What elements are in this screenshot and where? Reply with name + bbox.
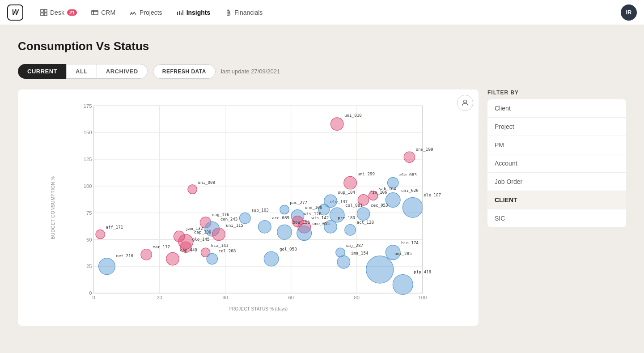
nav-label: Insights	[186, 9, 211, 16]
chart-svg: 0255075100125150175020406080100PROJECT S…	[38, 97, 470, 311]
svg-text:acc_089: acc_089	[272, 215, 289, 220]
svg-text:bou_156: bou_156	[292, 220, 310, 225]
svg-text:100: 100	[419, 295, 427, 300]
svg-point-105	[166, 252, 179, 265]
svg-point-109	[99, 258, 115, 275]
svg-point-65	[357, 208, 370, 221]
app-logo[interactable]: W	[7, 4, 23, 21]
svg-text:net_216: net_216	[116, 253, 133, 258]
svg-text:act_128: act_128	[356, 220, 374, 225]
filter-item-sic[interactable]: SIC	[487, 209, 626, 227]
svg-point-107	[141, 249, 152, 260]
nav-item-projects[interactable]: Projects	[123, 5, 169, 20]
svg-point-123	[393, 275, 413, 295]
svg-text:60: 60	[288, 295, 294, 300]
filter-item-client[interactable]: Client	[487, 99, 626, 118]
svg-text:PROJECT STATUS % (days): PROJECT STATUS % (days)	[229, 306, 288, 311]
svg-text:fin_106: fin_106	[370, 190, 387, 195]
financials-icon	[225, 9, 232, 16]
filter-by-heading: FILTER BY	[487, 89, 626, 96]
svg-text:one_100: one_100	[305, 205, 322, 210]
svg-point-13	[464, 100, 467, 103]
svg-rect-4	[92, 10, 98, 15]
svg-text:20: 20	[157, 295, 162, 300]
crm-icon	[91, 9, 98, 16]
nav-items: Desk21CRMProjectsInsightsFinancials	[34, 5, 621, 20]
svg-point-117	[337, 255, 350, 268]
svg-text:aff_171: aff_171	[106, 225, 123, 230]
svg-text:col_081: col_081	[345, 203, 363, 208]
svg-point-81	[297, 226, 312, 241]
nav-item-financials[interactable]: Financials	[218, 5, 269, 20]
svg-text:uni_010: uni_010	[344, 113, 362, 118]
svg-rect-1	[44, 9, 47, 12]
profile-icon-button[interactable]	[457, 95, 473, 111]
svg-text:uni_299: uni_299	[357, 171, 375, 176]
svg-text:one_055: one_055	[313, 221, 330, 226]
svg-text:sup_104: sup_104	[338, 190, 355, 195]
filter-item-project[interactable]: Project	[487, 118, 626, 136]
svg-point-87	[277, 225, 292, 239]
svg-text:uni_285: uni_285	[394, 251, 412, 256]
svg-point-59	[402, 197, 423, 217]
svg-text:gol_058: gol_058	[280, 247, 297, 251]
avatar[interactable]: IR	[621, 4, 637, 21]
svg-text:25: 25	[86, 264, 92, 269]
nav-label: Projects	[140, 9, 162, 16]
svg-point-93	[212, 228, 225, 241]
svg-text:0: 0	[92, 295, 95, 300]
svg-text:75: 75	[86, 210, 92, 216]
nav-item-crm[interactable]: CRM	[85, 5, 122, 20]
chart-container: BUDGET CONSUMPTION % 0255075100125150175…	[18, 89, 479, 326]
filter-item-job-order[interactable]: Job Order	[487, 173, 626, 191]
svg-point-83	[240, 213, 251, 224]
svg-rect-3	[44, 13, 47, 16]
svg-text:50: 50	[86, 237, 92, 242]
svg-text:125: 125	[84, 157, 92, 162]
filter-item-pm[interactable]: PM	[487, 136, 626, 154]
filter-item-account[interactable]: Account	[487, 154, 626, 173]
nav-label: CRM	[101, 9, 115, 16]
svg-text:mar_172: mar_172	[153, 244, 170, 249]
filter-tabs: CURRENTALLARCHIVED	[18, 64, 148, 79]
nav-item-desk[interactable]: Desk21	[34, 5, 83, 20]
svg-point-79	[345, 225, 356, 236]
nav-label: Desk	[50, 9, 64, 16]
svg-point-121	[366, 256, 394, 283]
svg-point-43	[330, 118, 343, 131]
filter-list: ClientProjectPMAccountJob OrderCLIENTSIC	[487, 99, 626, 227]
svg-point-7	[131, 13, 132, 13]
svg-text:pre_180: pre_180	[338, 215, 355, 220]
refresh-button[interactable]: REFRESH DATA	[153, 64, 216, 79]
svg-point-49	[344, 176, 357, 189]
svg-point-111	[96, 230, 105, 238]
filter-tab-current[interactable]: CURRENT	[18, 64, 66, 79]
filter-tab-archived[interactable]: ARCHIVED	[97, 64, 148, 79]
svg-point-85	[258, 221, 271, 234]
svg-text:cec_053: cec_053	[371, 203, 388, 208]
nav-item-insights[interactable]: Insights	[170, 5, 217, 20]
svg-point-103	[207, 253, 218, 264]
filter-bar: CURRENTALLARCHIVED REFRESH DATA last upd…	[18, 64, 626, 79]
svg-text:80: 80	[354, 295, 360, 300]
svg-text:col_208: col_208	[219, 248, 236, 253]
filter-item-client-selected[interactable]: CLIENT	[487, 191, 626, 209]
svg-rect-0	[41, 9, 43, 12]
nav-label: Financials	[234, 9, 263, 16]
last-update: last update 27/09/2021	[221, 68, 280, 75]
insights-icon	[177, 9, 184, 16]
svg-rect-2	[41, 13, 43, 16]
svg-point-45	[404, 152, 415, 163]
svg-text:uni_115: uni_115	[226, 223, 243, 228]
svg-text:ele_083: ele_083	[399, 172, 417, 177]
svg-text:0: 0	[89, 290, 92, 296]
person-icon	[461, 98, 470, 107]
svg-text:sup_103: sup_103	[251, 208, 269, 213]
projects-icon	[130, 9, 137, 16]
filter-tab-all[interactable]: ALL	[66, 64, 97, 79]
svg-text:ima_154: ima_154	[351, 251, 369, 255]
chart-section: BUDGET CONSUMPTION % 0255075100125150175…	[18, 89, 626, 326]
svg-text:bio_174: bio_174	[401, 240, 419, 245]
svg-text:175: 175	[84, 103, 92, 109]
svg-text:kca_141: kca_141	[211, 243, 229, 248]
